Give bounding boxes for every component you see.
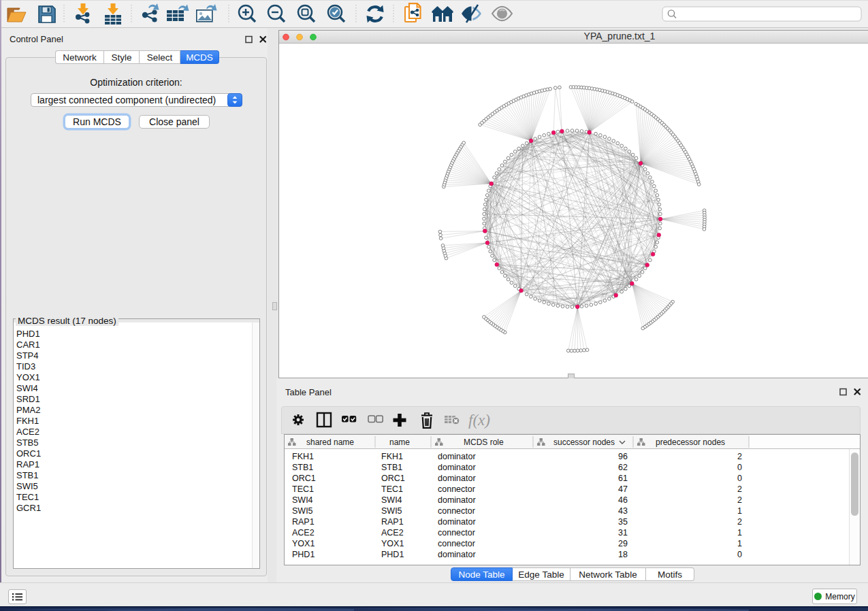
svg-text:successor nodes: successor nodes — [553, 437, 615, 447]
svg-text:MCDS role: MCDS role — [464, 437, 504, 447]
svg-text:predecessor nodes: predecessor nodes — [656, 437, 725, 447]
svg-text:shared name: shared name — [306, 437, 354, 447]
svg-text:f(x): f(x) — [468, 412, 490, 429]
svg-text:name: name — [389, 437, 410, 447]
